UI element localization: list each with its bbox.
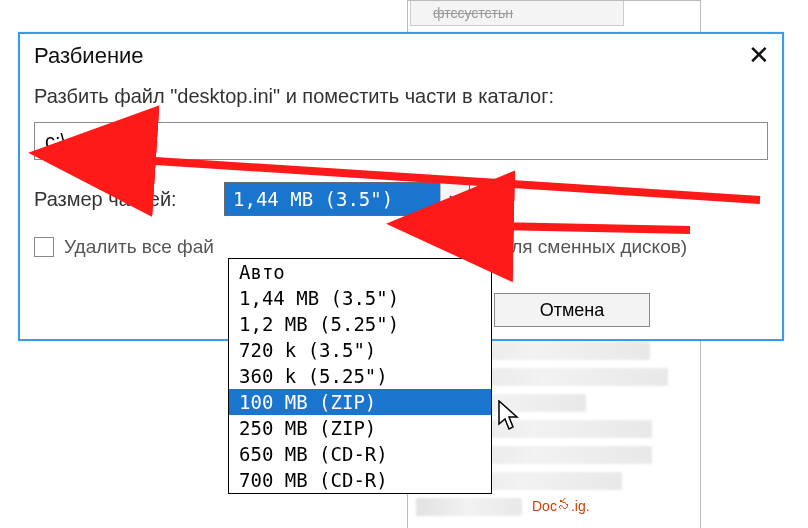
delete-after-label-right: ько для сменных дисков)	[466, 236, 687, 258]
option-1-44mb[interactable]: 1,44 MB (3.5")	[229, 285, 491, 311]
dialog-title: Разбиение	[34, 43, 144, 69]
option-700mb-cdr[interactable]: 700 MB (CD-R)	[229, 467, 491, 493]
option-360k[interactable]: 360 k (5.25")	[229, 363, 491, 389]
option-250mb-zip[interactable]: 250 MB (ZIP)	[229, 415, 491, 441]
delete-after-label-left: Удалить все фай	[64, 236, 214, 258]
option-auto[interactable]: Авто	[229, 259, 491, 285]
delete-after-checkbox[interactable]	[34, 237, 54, 257]
chevron-down-icon[interactable]	[440, 183, 469, 215]
close-button[interactable]: ✕	[748, 40, 770, 71]
target-path-input[interactable]	[34, 122, 768, 160]
option-100mb-zip[interactable]: 100 MB (ZIP)	[229, 389, 491, 415]
background-filename: Docన.ig.	[532, 498, 590, 514]
part-size-label: Размер частей:	[34, 188, 210, 211]
part-size-selected: 1,44 MB (3.5")	[225, 183, 440, 215]
prompt-text: Разбить файл "desktop.ini" и поместить ч…	[34, 85, 768, 108]
cancel-button[interactable]: Отмена	[494, 293, 650, 327]
part-size-combobox[interactable]: 1,44 MB (3.5")	[224, 182, 470, 216]
option-650mb-cdr[interactable]: 650 MB (CD-R)	[229, 441, 491, 467]
option-1-2mb[interactable]: 1,2 MB (5.25")	[229, 311, 491, 337]
option-720k[interactable]: 720 k (3.5")	[229, 337, 491, 363]
titlebar: Разбиение ✕	[20, 34, 782, 73]
part-size-dropdown[interactable]: Авто 1,44 MB (3.5") 1,2 MB (5.25") 720 k…	[228, 258, 492, 494]
